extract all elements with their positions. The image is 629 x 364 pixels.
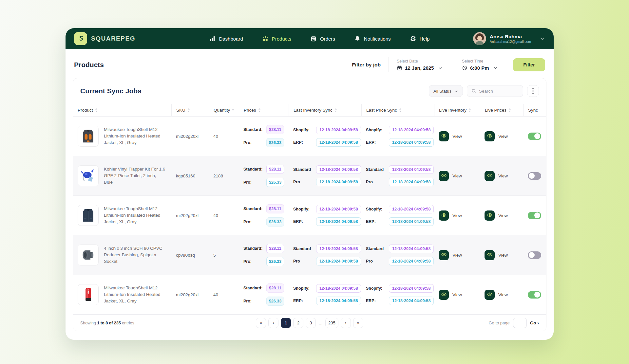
inventory-sync-label: ERP: xyxy=(293,299,314,303)
view-prices-button[interactable] xyxy=(485,171,495,181)
view-label[interactable]: View xyxy=(498,253,508,258)
view-label[interactable]: View xyxy=(498,292,508,297)
product-cell: 4 inch x 3 inch SCH 80 CPVC Reducer Bush… xyxy=(73,245,171,265)
kebab-menu-icon xyxy=(532,88,534,94)
column-header-product[interactable]: Product xyxy=(73,104,171,116)
view-label[interactable]: View xyxy=(452,134,462,139)
sort-icon xyxy=(258,108,261,112)
product-image-gray-cpvc-bushing xyxy=(78,245,99,265)
column-header-live-inventory[interactable]: Live Inventory xyxy=(434,104,480,116)
user-name: Anisa Rahma xyxy=(490,34,531,40)
sync-toggle[interactable] xyxy=(528,291,541,299)
pagination-last-button[interactable]: » xyxy=(353,318,363,328)
column-header-last-inventory-sync[interactable]: Last Inventory Sync xyxy=(289,104,361,116)
pagination-page-235-button[interactable]: 235 xyxy=(325,318,338,328)
column-header-sku[interactable]: SKU xyxy=(171,104,209,116)
price-sync-timestamp: 12-18-2024 04:09:58 xyxy=(389,297,434,305)
view-label[interactable]: View xyxy=(452,213,462,218)
eye-icon xyxy=(487,133,493,140)
chevron-down-icon xyxy=(454,89,458,93)
live-prices-cell: View xyxy=(480,131,523,141)
nav-item-orders[interactable]: Orders xyxy=(310,35,335,42)
inventory-sync-label: Pro xyxy=(293,259,314,264)
table-header: ProductSKUQuantityPricesLast Inventory S… xyxy=(73,104,546,117)
nav-item-label: Help xyxy=(420,36,430,42)
chevron-down-icon xyxy=(493,65,498,70)
view-prices-button[interactable] xyxy=(485,131,495,141)
price-sync-timestamp: 12-18-2024 04:09:58 xyxy=(389,257,434,265)
date-picker-label: Select Date xyxy=(397,59,446,64)
price-pro-value: $26.33 xyxy=(266,178,284,187)
sync-toggle[interactable] xyxy=(528,212,541,219)
price-standard-value: $28.11 xyxy=(266,125,284,134)
pagination-prev-button[interactable]: ‹ xyxy=(268,318,278,328)
view-label[interactable]: View xyxy=(498,213,508,218)
sync-toggle[interactable] xyxy=(528,133,541,140)
search-input[interactable] xyxy=(479,89,519,94)
sku-cell: kgp85160 xyxy=(171,173,209,178)
column-header-last-price-sync[interactable]: Last Price Sync xyxy=(361,104,434,116)
pagination-first-button[interactable]: « xyxy=(256,318,266,328)
pagination-next-button[interactable]: › xyxy=(341,318,351,328)
view-inventory-button[interactable] xyxy=(439,171,449,181)
view-prices-button[interactable] xyxy=(485,210,495,221)
view-inventory-button[interactable] xyxy=(439,210,449,221)
sync-cell xyxy=(523,172,545,180)
column-label: Prices xyxy=(244,108,256,113)
eye-icon xyxy=(441,133,447,140)
inventory-sync-timestamp: 12-18-2024 04:09:58 xyxy=(316,178,361,186)
view-inventory-button[interactable] xyxy=(439,250,449,260)
inventory-sync-label: ERP: xyxy=(293,140,314,145)
squarepeg-logo-icon[interactable] xyxy=(74,32,87,45)
nav-item-products[interactable]: Products xyxy=(262,35,291,42)
date-picker[interactable]: Select Date 12 Jan, 2025 xyxy=(397,59,446,71)
eye-icon xyxy=(487,212,493,219)
view-label[interactable]: View xyxy=(452,253,462,258)
sparkle-products-icon xyxy=(262,35,269,42)
table-body: Milwaukee ToughShell M12 Lithium-Ion Ins… xyxy=(73,117,546,315)
filter-button[interactable]: Filter xyxy=(513,58,545,71)
price-pro-label: Pro: xyxy=(243,299,264,303)
price-sync-timestamp: 12-18-2024 04:09:58 xyxy=(389,205,434,213)
sync-toggle[interactable] xyxy=(528,172,541,180)
column-label: SKU xyxy=(176,108,185,113)
user-menu[interactable]: Anisa Rahma Anisarahma12@gmail.com xyxy=(473,32,545,45)
column-header-quantity[interactable]: Quantity xyxy=(209,104,239,116)
view-inventory-button[interactable] xyxy=(439,131,449,141)
prices-cell: Standard:$28.11Pro:$26.33 xyxy=(239,244,289,266)
goto-page-input[interactable] xyxy=(513,318,527,328)
pagination-page-1-button[interactable]: 1 xyxy=(281,318,291,328)
pagination-page-2-button[interactable]: 2 xyxy=(293,318,303,328)
view-prices-button[interactable] xyxy=(485,250,495,260)
view-label[interactable]: View xyxy=(452,292,462,297)
view-label[interactable]: View xyxy=(452,173,462,178)
nav-item-help[interactable]: ? Help xyxy=(410,35,430,42)
price-sync-label: Pro xyxy=(366,180,386,184)
price-sync-timestamp: 12-18-2024 04:09:58 xyxy=(389,138,434,147)
chevron-down-icon[interactable] xyxy=(539,36,545,42)
nav-item-label: Notifications xyxy=(364,36,391,42)
inventory-sync-label: Shopify: xyxy=(293,286,314,291)
column-header-prices[interactable]: Prices xyxy=(239,104,289,116)
goto-page: Go to page Go› xyxy=(363,318,539,328)
sync-toggle[interactable] xyxy=(528,251,541,259)
time-picker[interactable]: Select Time 6:00 Pm xyxy=(462,59,505,71)
sku-cell: mi202g20xl xyxy=(171,213,209,218)
more-options-button[interactable] xyxy=(527,85,539,97)
nav-item-notifications[interactable]: Notifications xyxy=(354,35,391,42)
pagination-page-3-button[interactable]: 3 xyxy=(306,318,316,328)
product-cell: Milwaukee ToughShell M12 Lithium-Ion Ins… xyxy=(73,205,171,226)
column-header-live-prices[interactable]: Live Prices xyxy=(480,104,523,116)
filter-by-job-label: Filter by job xyxy=(352,62,381,68)
price-standard-value: $28.11 xyxy=(266,244,284,253)
sku-cell: mi202g20xl xyxy=(171,134,209,139)
view-label[interactable]: View xyxy=(498,173,508,178)
view-label[interactable]: View xyxy=(498,134,508,139)
nav-item-dashboard[interactable]: Dashboard xyxy=(209,35,243,42)
view-prices-button[interactable] xyxy=(485,290,495,300)
top-nav: SQUAREPEG Dashboard Products Orders Noti… xyxy=(66,28,554,49)
column-label: Sync xyxy=(528,108,538,113)
go-button[interactable]: Go› xyxy=(530,320,539,325)
view-inventory-button[interactable] xyxy=(439,290,449,300)
status-filter-select[interactable]: All Status xyxy=(429,85,463,97)
